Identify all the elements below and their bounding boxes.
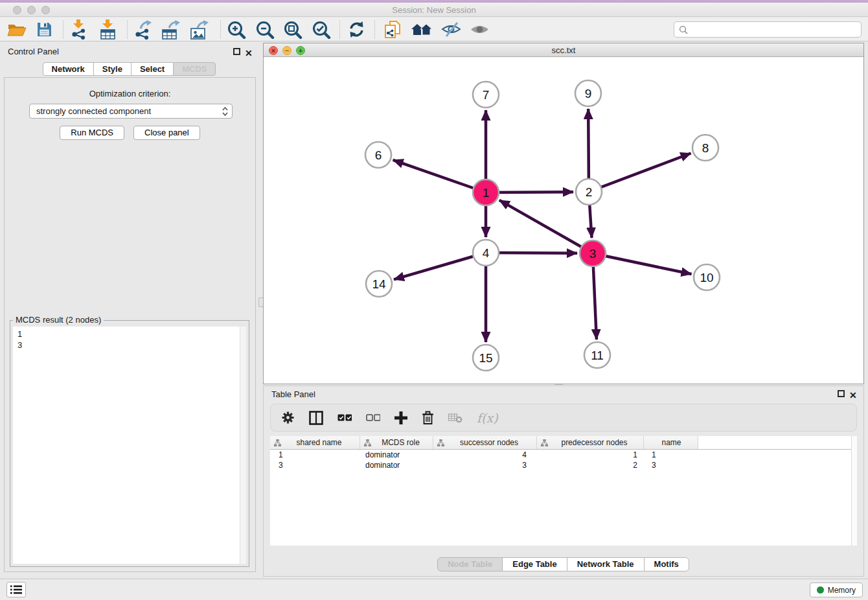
zoom-in-button[interactable] xyxy=(223,19,249,40)
select-all-columns-button[interactable] xyxy=(337,408,352,428)
graph-node-label-6: 6 xyxy=(375,148,382,162)
tab-motifs[interactable]: Motifs xyxy=(644,557,689,571)
import-table-button[interactable] xyxy=(95,19,120,40)
app-titlebar: Session: New Session xyxy=(0,0,868,17)
column-header-shared-name[interactable]: shared name xyxy=(270,436,360,449)
first-neighbors-button[interactable] xyxy=(408,19,435,40)
hide-selected-button[interactable] xyxy=(438,19,464,40)
run-mcds-button[interactable]: Run MCDS xyxy=(60,126,124,140)
memory-status-icon xyxy=(817,586,824,594)
zoom-fit-button[interactable] xyxy=(280,19,306,40)
task-history-button[interactable] xyxy=(6,582,26,597)
graph-node-label-8: 8 xyxy=(702,141,709,155)
save-session-button[interactable] xyxy=(32,19,56,40)
plus-icon xyxy=(394,411,407,424)
node-table: shared nameMCDS rolesuccessor nodesprede… xyxy=(270,436,857,546)
import-network-icon xyxy=(70,19,87,40)
table-row[interactable]: 1dominator411 xyxy=(270,450,857,460)
export-network-button[interactable] xyxy=(130,19,155,40)
graph-node-label-1: 1 xyxy=(483,186,490,200)
control-panel-title: Control Panel xyxy=(8,47,59,56)
clone-network-button[interactable] xyxy=(380,19,405,40)
graph-edge-4-14[interactable] xyxy=(394,253,486,279)
network-window-title: scc.txt xyxy=(264,45,863,55)
houses-icon xyxy=(411,23,433,37)
network-canvas[interactable]: 7968124314101511 xyxy=(264,57,863,384)
table-cell: 3 xyxy=(433,461,537,470)
open-file-button[interactable] xyxy=(5,19,29,40)
tab-node-table[interactable]: Node Table xyxy=(437,557,503,571)
zoom-selected-button[interactable] xyxy=(308,19,334,40)
toolbar-separator xyxy=(63,20,63,39)
export-table-button[interactable] xyxy=(158,19,183,40)
mcds-tab-content: Optimization criterion: strongly connect… xyxy=(4,77,256,572)
delete-table-button[interactable] xyxy=(448,408,463,428)
mcds-result-groupbox: MCDS result (2 nodes) 1 3 xyxy=(10,320,249,567)
delete-row-button[interactable] xyxy=(422,408,434,428)
apply-function-button[interactable]: f(x) xyxy=(477,408,498,428)
table-panel-float-button[interactable] xyxy=(838,390,845,398)
table-cell: 4 xyxy=(433,450,537,459)
table-cell: 1 xyxy=(537,450,644,459)
table-panel-close-button[interactable]: ✕ xyxy=(849,389,857,397)
graph-edge-3-1[interactable] xyxy=(499,200,593,253)
toolbar-separator xyxy=(127,20,128,39)
eye-icon xyxy=(470,23,489,36)
deselect-all-columns-button[interactable] xyxy=(366,408,380,428)
column-header-predecessor-nodes[interactable]: predecessor nodes xyxy=(537,436,644,449)
sort-hierarchy-icon xyxy=(541,439,548,446)
table-cell: dominator xyxy=(360,461,433,470)
memory-button[interactable]: Memory xyxy=(810,583,863,597)
memory-label: Memory xyxy=(828,586,856,595)
graph-edge-3-10[interactable] xyxy=(593,253,692,274)
column-header-label: MCDS role xyxy=(371,438,430,447)
tab-network-table[interactable]: Network Table xyxy=(567,557,645,571)
show-columns-button[interactable] xyxy=(309,408,323,428)
main-toolbar xyxy=(0,17,868,41)
table-settings-button[interactable] xyxy=(281,408,295,428)
sort-hierarchy-icon xyxy=(437,439,444,446)
export-image-button[interactable] xyxy=(187,19,211,40)
search-box[interactable] xyxy=(674,21,862,38)
network-graph: 7968124314101511 xyxy=(264,57,863,384)
tab-select[interactable]: Select xyxy=(131,62,174,76)
zoom-selected-icon xyxy=(312,20,331,40)
tab-network[interactable]: Network xyxy=(43,62,94,76)
gear-icon xyxy=(281,411,295,424)
column-header-name[interactable]: name xyxy=(644,436,698,449)
table-body: 1dominator4113dominator323 xyxy=(270,450,857,470)
graph-edge-1-6[interactable] xyxy=(393,160,486,192)
table-scrollbar[interactable] xyxy=(851,436,857,546)
import-network-button[interactable] xyxy=(66,19,91,40)
optimization-select[interactable]: strongly connected component xyxy=(29,104,233,119)
zoom-out-icon xyxy=(255,20,275,40)
trash-icon xyxy=(422,410,434,425)
export-network-icon xyxy=(133,20,152,40)
tab-edge-table[interactable]: Edge Table xyxy=(502,557,567,571)
network-window-titlebar[interactable]: × − + scc.txt xyxy=(264,43,863,57)
table-header-row: shared nameMCDS rolesuccessor nodesprede… xyxy=(270,436,857,450)
titlebar-accent-strip xyxy=(0,0,868,3)
table-toolbar: f(x) xyxy=(270,404,857,432)
control-panel-close-button[interactable]: ✕ xyxy=(245,47,253,55)
tab-style[interactable]: Style xyxy=(93,62,131,76)
column-header-successor-nodes[interactable]: successor nodes xyxy=(433,436,537,449)
result-scrollbar[interactable] xyxy=(240,327,246,564)
tab-mcds[interactable]: MCDS xyxy=(173,62,216,76)
table-cell: 3 xyxy=(644,461,698,470)
close-panel-button[interactable]: Close panel xyxy=(133,126,200,140)
refresh-button[interactable] xyxy=(343,19,369,40)
toolbar-separator xyxy=(220,20,221,39)
zoom-out-button[interactable] xyxy=(252,19,278,40)
show-all-button[interactable] xyxy=(466,19,492,40)
search-input[interactable] xyxy=(691,25,861,34)
table-row[interactable]: 3dominator323 xyxy=(270,460,857,470)
table-panel: Table Panel ✕ xyxy=(263,386,864,577)
column-header-MCDS-role[interactable]: MCDS role xyxy=(360,436,433,449)
mcds-result-area[interactable]: 1 3 xyxy=(13,327,246,564)
mcds-result-title: MCDS result (2 nodes) xyxy=(13,315,104,325)
control-panel-float-button[interactable] xyxy=(233,48,241,56)
add-row-button[interactable] xyxy=(394,408,407,428)
graph-edge-2-8[interactable] xyxy=(589,153,691,192)
graph-node-label-15: 15 xyxy=(479,351,492,365)
